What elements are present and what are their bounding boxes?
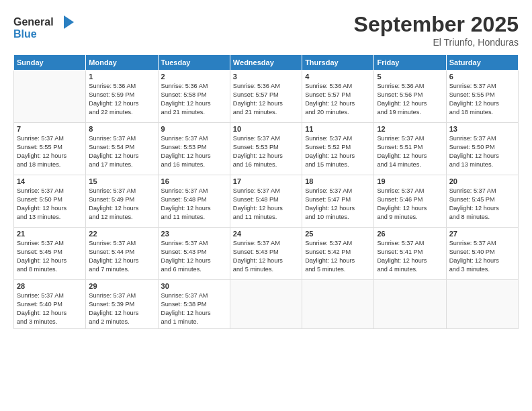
day-number: 19: [377, 177, 443, 185]
table-row: 6Sunrise: 5:37 AM Sunset: 5:55 PM Daylig…: [446, 71, 518, 123]
day-info: Sunrise: 5:37 AM Sunset: 5:53 PM Dayligh…: [233, 134, 299, 169]
day-info: Sunrise: 5:36 AM Sunset: 5:58 PM Dayligh…: [161, 82, 227, 117]
table-row: 8Sunrise: 5:37 AM Sunset: 5:54 PM Daylig…: [86, 123, 158, 175]
day-info: Sunrise: 5:37 AM Sunset: 5:40 PM Dayligh…: [17, 291, 83, 326]
day-number: 20: [449, 177, 515, 185]
day-info: Sunrise: 5:36 AM Sunset: 5:57 PM Dayligh…: [305, 82, 371, 117]
table-row: [302, 280, 374, 329]
table-row: 1Sunrise: 5:36 AM Sunset: 5:59 PM Daylig…: [86, 71, 158, 123]
day-info: Sunrise: 5:37 AM Sunset: 5:38 PM Dayligh…: [161, 291, 227, 326]
day-info: Sunrise: 5:37 AM Sunset: 5:55 PM Dayligh…: [449, 82, 515, 117]
table-row: [230, 280, 302, 329]
header: General Blue September 2025 El Triunfo, …: [13, 12, 519, 48]
col-sunday: Sunday: [14, 55, 86, 71]
svg-marker-1: [64, 15, 74, 29]
col-friday: Friday: [374, 55, 446, 71]
day-number: 18: [305, 177, 371, 185]
day-number: 7: [17, 125, 83, 133]
calendar-table: Sunday Monday Tuesday Wednesday Thursday…: [13, 54, 519, 329]
day-number: 21: [17, 230, 83, 238]
day-number: 2: [161, 73, 227, 81]
col-thursday: Thursday: [302, 55, 374, 71]
day-number: 26: [377, 230, 443, 238]
day-number: 6: [449, 73, 515, 81]
day-number: 22: [89, 230, 154, 238]
day-info: Sunrise: 5:37 AM Sunset: 5:42 PM Dayligh…: [305, 239, 371, 274]
table-row: 9Sunrise: 5:37 AM Sunset: 5:53 PM Daylig…: [158, 123, 230, 175]
table-row: 23Sunrise: 5:37 AM Sunset: 5:43 PM Dayli…: [158, 228, 230, 280]
table-row: 25Sunrise: 5:37 AM Sunset: 5:42 PM Dayli…: [302, 228, 374, 280]
day-number: 24: [233, 230, 299, 238]
day-number: 30: [161, 282, 227, 290]
day-number: 15: [89, 177, 154, 185]
day-info: Sunrise: 5:36 AM Sunset: 5:57 PM Dayligh…: [233, 82, 299, 117]
day-info: Sunrise: 5:36 AM Sunset: 5:56 PM Dayligh…: [377, 82, 443, 117]
table-row: 29Sunrise: 5:37 AM Sunset: 5:39 PM Dayli…: [86, 280, 158, 329]
logo-svg: General Blue: [13, 12, 74, 42]
day-number: 17: [233, 177, 299, 185]
col-tuesday: Tuesday: [158, 55, 230, 71]
day-info: Sunrise: 5:36 AM Sunset: 5:59 PM Dayligh…: [89, 82, 154, 117]
table-row: 3Sunrise: 5:36 AM Sunset: 5:57 PM Daylig…: [230, 71, 302, 123]
table-row: [374, 280, 446, 329]
title-block: September 2025 El Triunfo, Honduras: [354, 12, 519, 48]
table-row: 10Sunrise: 5:37 AM Sunset: 5:53 PM Dayli…: [230, 123, 302, 175]
table-row: 7Sunrise: 5:37 AM Sunset: 5:55 PM Daylig…: [14, 123, 86, 175]
day-info: Sunrise: 5:37 AM Sunset: 5:39 PM Dayligh…: [89, 291, 154, 326]
table-row: 16Sunrise: 5:37 AM Sunset: 5:48 PM Dayli…: [158, 175, 230, 228]
day-info: Sunrise: 5:37 AM Sunset: 5:43 PM Dayligh…: [233, 239, 299, 274]
col-monday: Monday: [86, 55, 158, 71]
table-row: 21Sunrise: 5:37 AM Sunset: 5:45 PM Dayli…: [14, 228, 86, 280]
day-info: Sunrise: 5:37 AM Sunset: 5:46 PM Dayligh…: [377, 187, 443, 222]
table-row: [14, 71, 86, 123]
table-row: 30Sunrise: 5:37 AM Sunset: 5:38 PM Dayli…: [158, 280, 230, 329]
day-number: 5: [377, 73, 443, 81]
day-info: Sunrise: 5:37 AM Sunset: 5:41 PM Dayligh…: [377, 239, 443, 274]
table-row: 2Sunrise: 5:36 AM Sunset: 5:58 PM Daylig…: [158, 71, 230, 123]
location-subtitle: El Triunfo, Honduras: [354, 37, 519, 48]
day-number: 8: [89, 125, 154, 133]
day-info: Sunrise: 5:37 AM Sunset: 5:48 PM Dayligh…: [161, 187, 227, 222]
day-number: 10: [233, 125, 299, 133]
day-number: 23: [161, 230, 227, 238]
logo: General Blue: [13, 12, 74, 45]
day-number: 9: [161, 125, 227, 133]
col-wednesday: Wednesday: [230, 55, 302, 71]
day-number: 16: [161, 177, 227, 185]
day-info: Sunrise: 5:37 AM Sunset: 5:52 PM Dayligh…: [305, 134, 371, 169]
table-row: [446, 280, 518, 329]
day-number: 4: [305, 73, 371, 81]
day-number: 11: [305, 125, 371, 133]
day-number: 12: [377, 125, 443, 133]
day-info: Sunrise: 5:37 AM Sunset: 5:48 PM Dayligh…: [233, 187, 299, 222]
page: General Blue September 2025 El Triunfo, …: [0, 0, 532, 411]
table-row: 12Sunrise: 5:37 AM Sunset: 5:51 PM Dayli…: [374, 123, 446, 175]
table-row: 24Sunrise: 5:37 AM Sunset: 5:43 PM Dayli…: [230, 228, 302, 280]
table-row: 11Sunrise: 5:37 AM Sunset: 5:52 PM Dayli…: [302, 123, 374, 175]
day-number: 3: [233, 73, 299, 81]
logo-content: General Blue: [13, 12, 74, 45]
day-info: Sunrise: 5:37 AM Sunset: 5:40 PM Dayligh…: [449, 239, 515, 274]
table-row: 27Sunrise: 5:37 AM Sunset: 5:40 PM Dayli…: [446, 228, 518, 280]
col-saturday: Saturday: [446, 55, 518, 71]
svg-text:Blue: Blue: [13, 28, 37, 40]
table-row: 22Sunrise: 5:37 AM Sunset: 5:44 PM Dayli…: [86, 228, 158, 280]
table-row: 15Sunrise: 5:37 AM Sunset: 5:49 PM Dayli…: [86, 175, 158, 228]
day-info: Sunrise: 5:37 AM Sunset: 5:49 PM Dayligh…: [89, 187, 154, 222]
table-row: 17Sunrise: 5:37 AM Sunset: 5:48 PM Dayli…: [230, 175, 302, 228]
svg-text:General: General: [13, 16, 54, 28]
day-info: Sunrise: 5:37 AM Sunset: 5:45 PM Dayligh…: [17, 239, 83, 274]
day-number: 28: [17, 282, 83, 290]
day-info: Sunrise: 5:37 AM Sunset: 5:43 PM Dayligh…: [161, 239, 227, 274]
table-row: 28Sunrise: 5:37 AM Sunset: 5:40 PM Dayli…: [14, 280, 86, 329]
calendar-header-row: Sunday Monday Tuesday Wednesday Thursday…: [14, 55, 519, 71]
table-row: 5Sunrise: 5:36 AM Sunset: 5:56 PM Daylig…: [374, 71, 446, 123]
day-info: Sunrise: 5:37 AM Sunset: 5:47 PM Dayligh…: [305, 187, 371, 222]
table-row: 18Sunrise: 5:37 AM Sunset: 5:47 PM Dayli…: [302, 175, 374, 228]
day-info: Sunrise: 5:37 AM Sunset: 5:45 PM Dayligh…: [449, 187, 515, 222]
table-row: 26Sunrise: 5:37 AM Sunset: 5:41 PM Dayli…: [374, 228, 446, 280]
day-number: 13: [449, 125, 515, 133]
table-row: 20Sunrise: 5:37 AM Sunset: 5:45 PM Dayli…: [446, 175, 518, 228]
table-row: 19Sunrise: 5:37 AM Sunset: 5:46 PM Dayli…: [374, 175, 446, 228]
day-info: Sunrise: 5:37 AM Sunset: 5:51 PM Dayligh…: [377, 134, 443, 169]
